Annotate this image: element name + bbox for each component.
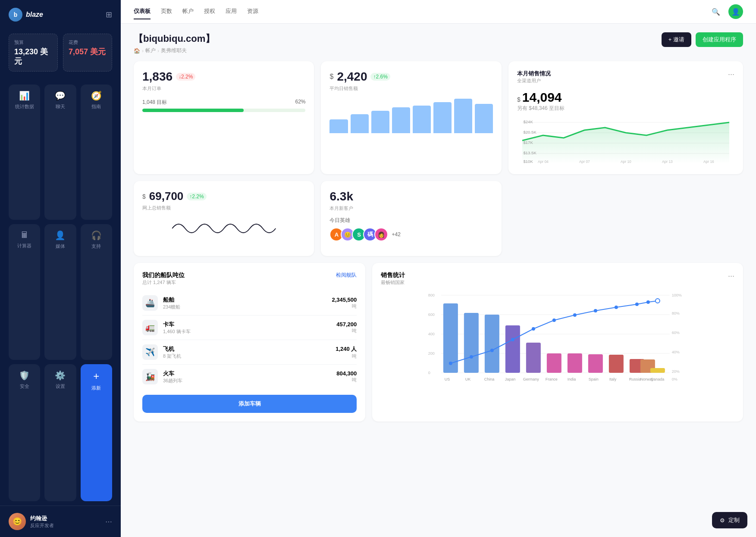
new-customers-card: 6.3k 本月新客户 今日英雄 A 😊 S 碼 👩 +42: [321, 181, 501, 256]
guide-label: 指南: [91, 103, 101, 110]
sidebar-item-support[interactable]: 🎧 支持: [81, 224, 112, 359]
sidebar-item-chat[interactable]: 💬 聊天: [44, 84, 76, 220]
svg-text:Italy: Italy: [609, 377, 617, 381]
metrics-grid: 1,836 ↓2.2% 本月订单 1,048 目标 62% $: [134, 61, 743, 174]
tab-account[interactable]: 帐户: [182, 4, 194, 19]
sidebar-item-settings[interactable]: ⚙️ 设置: [44, 364, 76, 501]
svg-text:200: 200: [428, 351, 435, 356]
svg-point-42: [449, 362, 452, 365]
ship-icon: 🚢: [142, 295, 158, 311]
bar: [454, 99, 472, 133]
train-count: 36趟列车: [163, 378, 182, 384]
user-more-icon[interactable]: ⋯: [105, 518, 112, 526]
total-sales-card: $ 69,700 ↑2.2% 网上总销售额: [134, 181, 314, 256]
bar: [351, 114, 369, 133]
bar: [475, 104, 493, 133]
sidebar-item-security[interactable]: 🛡️ 安全: [9, 364, 40, 501]
sidebar-config-icon[interactable]: ⊞: [106, 10, 112, 19]
analytics-label: 统计数据: [15, 103, 34, 110]
ship-name: 船舶: [163, 296, 180, 304]
sidebar-item-analytics[interactable]: 📊 统计数据: [9, 84, 40, 220]
orders-value: 1,836: [142, 70, 173, 84]
svg-text:US: US: [445, 377, 450, 381]
content-area: 【biqubiqu.com】 🏠 › 帐户 › 奥弗维耶夫 + 邀请 创建应用程…: [121, 24, 756, 537]
stats-subtitle: 最畅销国家: [381, 279, 405, 286]
user-role: 反应开发者: [30, 522, 101, 529]
svg-text:600: 600: [428, 312, 435, 317]
monthly-value: 14,094: [522, 90, 562, 105]
sidebar-nav: 📊 统计数据 💬 聊天 🧭 指南 🖩 计算器 👤 媒体 🎧 支持 🛡️ 安全: [0, 80, 121, 506]
svg-text:China: China: [484, 377, 495, 381]
media-label: 媒体: [56, 243, 65, 250]
orders-badge: ↓2.2%: [176, 73, 195, 81]
hero-section: 今日英雄 A 😊 S 碼 👩 +42: [329, 217, 492, 241]
svg-rect-37: [588, 354, 603, 373]
ship-count: 234艘船: [163, 304, 180, 310]
train-name: 火车: [163, 370, 182, 378]
sidebar-item-guide[interactable]: 🧭 指南: [81, 84, 112, 220]
customize-button[interactable]: ⚙ 定制: [712, 512, 747, 528]
user-menu-button[interactable]: 👤: [728, 4, 743, 19]
expense-label: 花费: [69, 39, 107, 46]
top-nav-actions: 🔍 👤: [709, 4, 743, 19]
breadcrumb-account[interactable]: 帐户: [145, 47, 156, 54]
monthly-currency: $: [517, 96, 521, 103]
svg-point-44: [490, 349, 494, 352]
media-icon: 👤: [55, 230, 66, 240]
monthly-sub: 另有 $48,346 至目标: [517, 105, 734, 112]
svg-point-48: [573, 313, 577, 317]
plane-icon: ✈️: [142, 344, 158, 360]
svg-point-47: [552, 318, 556, 322]
svg-text:Spain: Spain: [589, 377, 599, 381]
search-button[interactable]: 🔍: [709, 4, 723, 19]
customers-value: 6.3k: [329, 190, 353, 203]
svg-text:UK: UK: [465, 377, 471, 381]
breadcrumb-current: 奥弗维耶夫: [161, 47, 187, 54]
customers-label: 本月新客户: [329, 205, 492, 212]
fleet-link[interactable]: 检阅舰队: [336, 272, 357, 279]
support-icon: 🎧: [91, 230, 102, 240]
tab-pages[interactable]: 页数: [161, 4, 172, 19]
fleet-header: 我们的船队吨位 总计 1,247 辆车 检阅舰队: [142, 272, 357, 286]
truck-amount: 457,200 吨: [336, 321, 357, 334]
svg-text:0%: 0%: [672, 377, 678, 381]
avg-daily-card: $ 2,420 ↑2.6% 平均日销售额: [321, 61, 501, 174]
sales-stats-card: 销售统计 最畅销国家 ··· 800 600 400 200 0: [372, 263, 743, 421]
tab-resources[interactable]: 资源: [247, 4, 258, 19]
orders-card: 1,836 ↓2.2% 本月订单 1,048 目标 62%: [134, 61, 314, 174]
svg-point-43: [470, 355, 473, 359]
page-header: 【biqubiqu.com】 🏠 › 帐户 › 奥弗维耶夫 + 邀请 创建应用程…: [134, 32, 743, 54]
svg-point-51: [635, 303, 639, 306]
svg-text:100%: 100%: [672, 293, 682, 297]
sidebar-item-media[interactable]: 👤 媒体: [44, 224, 76, 359]
sales-combined-chart: 800 600 400 200 0 100% 80%: [381, 290, 734, 385]
svg-text:Apr 10: Apr 10: [621, 159, 631, 164]
invite-button[interactable]: + 邀请: [662, 32, 691, 47]
stats-header: 销售统计 最畅销国家 ···: [381, 272, 734, 286]
create-app-button[interactable]: 创建应用程序: [696, 32, 743, 47]
plane-amount: 1,240 人 吨: [336, 345, 357, 359]
add-icon: +: [93, 370, 99, 382]
bar: [392, 107, 410, 133]
svg-text:Apr 16: Apr 16: [703, 159, 714, 164]
guide-icon: 🧭: [91, 91, 102, 101]
tab-apps[interactable]: 应用: [226, 4, 237, 19]
sidebar-item-calculator[interactable]: 🖩 计算器: [9, 224, 40, 359]
tab-auth[interactable]: 授权: [204, 4, 215, 19]
support-label: 支持: [91, 243, 101, 250]
progress-fill: [142, 109, 244, 112]
stats-more-button[interactable]: ···: [728, 272, 734, 281]
tab-dashboard[interactable]: 仪表板: [134, 4, 151, 19]
sidebar-header: b blaze ⊞: [0, 0, 121, 29]
sidebar-logo: b blaze: [9, 8, 43, 22]
train-icon: 🚂: [142, 369, 158, 384]
svg-text:Germany: Germany: [523, 377, 540, 381]
breadcrumb-home-icon: 🏠: [134, 48, 140, 54]
budget-value: 13,230 美元: [14, 47, 52, 66]
monthly-more-button[interactable]: ···: [728, 70, 734, 79]
expense-value: 7,057 美元: [69, 47, 107, 57]
add-vehicle-button[interactable]: 添加车辆: [142, 395, 357, 413]
sidebar-item-add[interactable]: + 添新: [81, 364, 112, 501]
user-avatar: 😊: [9, 513, 26, 530]
orders-label: 本月订单: [142, 85, 305, 92]
